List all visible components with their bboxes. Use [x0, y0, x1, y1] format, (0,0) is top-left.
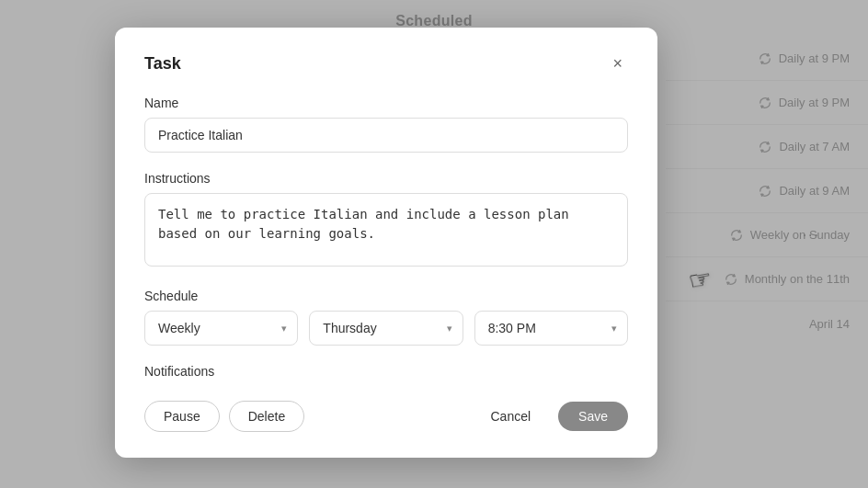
frequency-select[interactable]: Daily Weekly Monthly	[144, 311, 298, 346]
name-input[interactable]	[144, 118, 628, 153]
footer-left: Pause Delete	[144, 401, 304, 432]
save-button[interactable]: Save	[558, 402, 628, 431]
notifications-field-group: Notifications	[144, 364, 628, 379]
notifications-label: Notifications	[144, 364, 628, 379]
instructions-label: Instructions	[144, 171, 628, 186]
modal-footer: Pause Delete Cancel Save	[144, 401, 628, 432]
name-label: Name	[144, 96, 628, 110]
task-modal: Task × Name Instructions Tell me to prac…	[115, 28, 657, 458]
day-select-wrap: Monday Tuesday Wednesday Thursday Friday…	[309, 311, 463, 346]
modal-title: Task	[144, 54, 181, 74]
delete-button[interactable]: Delete	[229, 401, 304, 432]
instructions-textarea[interactable]: Tell me to practice Italian and include …	[144, 193, 628, 267]
schedule-field-group: Schedule Daily Weekly Monthly ▾ Monday T…	[144, 289, 628, 346]
schedule-label: Schedule	[144, 289, 628, 303]
name-field-group: Name	[144, 96, 628, 153]
cancel-button[interactable]: Cancel	[472, 402, 549, 431]
time-select[interactable]: 8:00 PM 8:30 PM 9:00 PM	[474, 311, 628, 346]
schedule-row: Daily Weekly Monthly ▾ Monday Tuesday We…	[144, 311, 628, 346]
close-button[interactable]: ×	[607, 53, 628, 74]
footer-right: Cancel Save	[472, 402, 628, 431]
instructions-field-group: Instructions Tell me to practice Italian…	[144, 171, 628, 270]
time-select-wrap: 8:00 PM 8:30 PM 9:00 PM ▾	[474, 311, 628, 346]
pause-button[interactable]: Pause	[144, 401, 220, 432]
frequency-select-wrap: Daily Weekly Monthly ▾	[144, 311, 298, 346]
modal-header: Task ×	[144, 53, 628, 74]
day-select[interactable]: Monday Tuesday Wednesday Thursday Friday…	[309, 311, 463, 346]
